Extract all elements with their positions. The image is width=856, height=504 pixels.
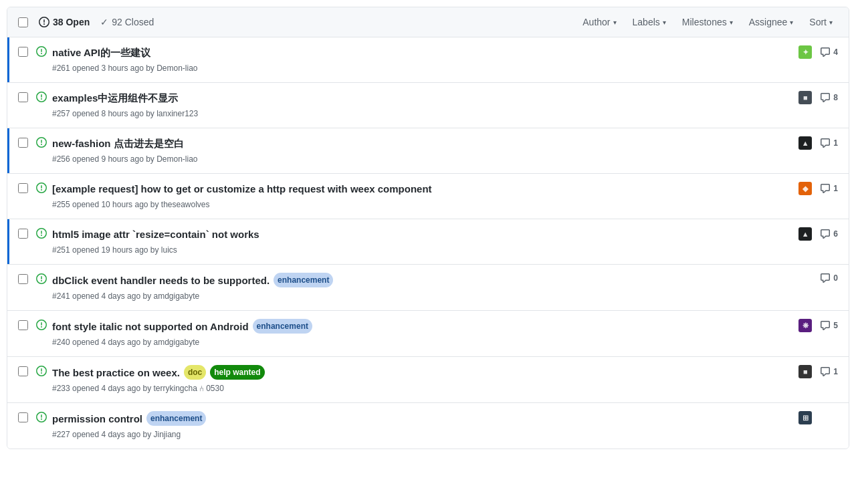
issue-title-row: dbClick event handler needs to be suppor…: [52, 273, 809, 287]
issue-content: examples中运用组件不显示 #257 opened 8 hours ago…: [52, 91, 788, 120]
issue-title-row: html5 image attr `resize=contain` not wo…: [52, 227, 788, 241]
sort-chevron-icon: ▾: [829, 19, 833, 26]
issue-open-icon: [36, 320, 47, 332]
comment-count: 6: [820, 229, 838, 239]
issue-open-icon: [36, 412, 47, 424]
issues-header: 38 Open ✓ 92 Closed Author ▾ Labels ▾ Mi…: [7, 7, 849, 37]
milestones-filter[interactable]: Milestones ▾: [677, 14, 738, 30]
check-icon: ✓: [100, 17, 108, 27]
comment-icon: [820, 92, 831, 103]
label-tag[interactable]: enhancement: [274, 273, 333, 287]
issue-title-row: The best practice on weex. doc help want…: [52, 365, 788, 380]
issue-row: permission control enhancement #227 open…: [7, 403, 849, 449]
issue-title[interactable]: dbClick event handler needs to be suppor…: [52, 273, 270, 287]
issue-title-row: native API的一些建议: [52, 45, 788, 59]
labels-filter[interactable]: Labels ▾: [627, 14, 671, 30]
issue-right: ◆ 1: [798, 182, 838, 195]
avatar: ❋: [798, 319, 812, 332]
milestone-tag: ⑃ 0530: [199, 382, 224, 394]
issue-checkbox[interactable]: [18, 138, 28, 148]
issue-right: ✦ 4: [798, 45, 838, 59]
issue-right: ■ 8: [798, 91, 838, 104]
issue-meta: #233 opened 4 days ago by terrykingcha ⑃…: [52, 382, 788, 394]
issue-number: #251: [52, 245, 70, 255]
issue-open-icon: [36, 366, 47, 378]
issue-title[interactable]: font style italic not supported on Andro…: [52, 320, 249, 334]
issue-checkbox[interactable]: [18, 274, 28, 284]
issue-title[interactable]: The best practice on weex.: [52, 366, 180, 380]
comment-count: 0: [820, 273, 838, 283]
issue-checkbox[interactable]: [18, 320, 28, 330]
issue-content: font style italic not supported on Andro…: [52, 319, 788, 348]
milestone-icon: ⑃: [199, 382, 204, 394]
issue-checkbox[interactable]: [18, 92, 28, 102]
issue-row: The best practice on weex. doc help want…: [7, 357, 849, 403]
issue-checkbox[interactable]: [18, 47, 28, 57]
issue-title-row: [example request] how to get or customiz…: [52, 182, 788, 196]
issue-meta: #256 opened 9 hours ago by Demon-liao: [52, 153, 788, 165]
issue-number: #227: [52, 430, 70, 439]
issue-number: #233: [52, 384, 70, 393]
author-filter[interactable]: Author ▾: [577, 14, 621, 30]
issue-open-icon: [36, 182, 47, 195]
issue-title[interactable]: [example request] how to get or customiz…: [52, 182, 432, 196]
avatar: ⊞: [798, 411, 812, 424]
issue-title[interactable]: html5 image attr `resize=contain` not wo…: [52, 227, 259, 241]
issue-right: ■ 1: [798, 365, 838, 378]
issue-meta: #251 opened 19 hours ago by luics: [52, 244, 788, 256]
avatar: ■: [798, 91, 812, 104]
issue-content: new-fashion 点击进去是空白 #256 opened 9 hours …: [52, 136, 788, 165]
label-tag[interactable]: doc: [184, 365, 206, 380]
issue-number: #256: [52, 154, 70, 164]
issue-checkbox[interactable]: [18, 229, 28, 239]
issue-open-icon: [36, 228, 47, 241]
issue-timing: opened 4 days ago by terrykingcha: [72, 384, 197, 393]
open-count[interactable]: 38 Open: [39, 17, 90, 27]
issue-checkbox[interactable]: [18, 183, 28, 193]
issue-checkbox[interactable]: [18, 412, 28, 422]
comment-count: 1: [820, 183, 838, 194]
assignee-filter[interactable]: Assignee ▾: [744, 14, 799, 30]
open-issues-icon: [39, 17, 49, 27]
sort-filter[interactable]: Sort ▾: [804, 14, 838, 30]
label-tag[interactable]: enhancement: [253, 319, 312, 334]
issue-number: #257: [52, 109, 70, 118]
issue-timing: opened 10 hours ago by theseawolves: [72, 200, 209, 209]
comment-count: 8: [820, 92, 838, 103]
issue-title[interactable]: native API的一些建议: [52, 45, 150, 59]
issue-right: ▲ 6: [798, 227, 838, 241]
issue-title[interactable]: examples中运用组件不显示: [52, 91, 178, 105]
issue-timing: opened 8 hours ago by lanxiner123: [72, 109, 198, 118]
issue-timing: opened 4 days ago by amdgigabyte: [72, 291, 199, 301]
issue-right: ⊞ 0: [798, 411, 838, 424]
issue-timing: opened 9 hours ago by Demon-liao: [72, 154, 197, 164]
comment-count: 1: [820, 366, 838, 377]
issue-open-icon: [36, 273, 47, 286]
avatar: ▲: [798, 136, 812, 150]
issue-meta: #255 opened 10 hours ago by theseawolves: [52, 199, 788, 211]
issue-row: [example request] how to get or customiz…: [7, 174, 849, 219]
header-right: Author ▾ Labels ▾ Milestones ▾ Assignee …: [577, 14, 838, 30]
comment-icon: [820, 229, 831, 239]
issue-row: examples中运用组件不显示 #257 opened 8 hours ago…: [7, 83, 849, 128]
closed-count[interactable]: ✓ 92 Closed: [100, 17, 154, 27]
select-all-checkbox[interactable]: [18, 17, 28, 27]
issues-list: native API的一些建议 #261 opened 3 hours ago …: [7, 37, 849, 449]
issue-content: dbClick event handler needs to be suppor…: [52, 273, 809, 302]
comment-count: 4: [820, 47, 838, 57]
labels-chevron-icon: ▾: [663, 19, 666, 26]
avatar: ✦: [798, 45, 812, 59]
author-chevron-icon: ▾: [613, 19, 617, 26]
issue-number: #240: [52, 338, 70, 347]
issue-title[interactable]: new-fashion 点击进去是空白: [52, 136, 184, 150]
label-tag[interactable]: enhancement: [146, 411, 206, 426]
issue-title[interactable]: permission control: [52, 412, 142, 426]
issue-open-icon: [36, 46, 47, 59]
comment-icon: [820, 366, 831, 377]
issue-row: html5 image attr `resize=contain` not wo…: [7, 219, 849, 265]
issue-checkbox[interactable]: [18, 366, 28, 376]
issue-row: dbClick event handler needs to be suppor…: [7, 265, 849, 311]
label-tag[interactable]: help wanted: [210, 365, 264, 380]
issue-meta: #257 opened 8 hours ago by lanxiner123: [52, 108, 788, 120]
issue-timing: opened 4 days ago by Jinjiang: [72, 430, 181, 439]
